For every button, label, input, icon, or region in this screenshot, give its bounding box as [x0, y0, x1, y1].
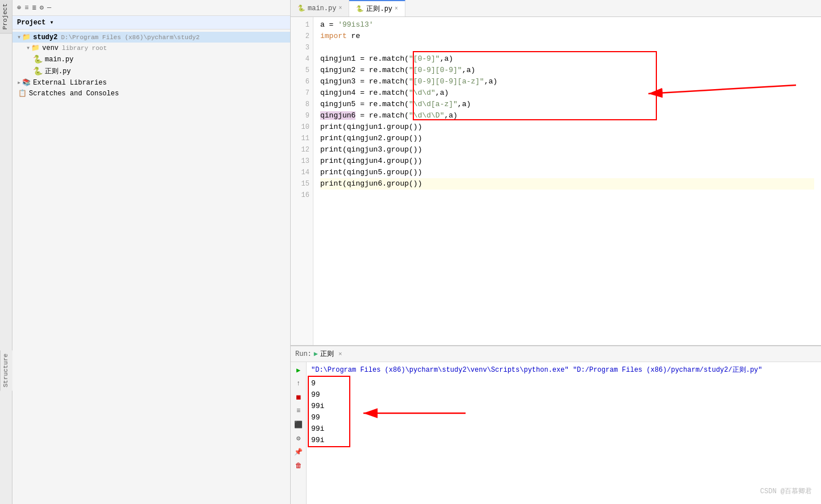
output-line-5: 99i [311, 423, 324, 435]
output-line-4: 99 [311, 412, 324, 423]
run-menu-btn[interactable]: ≡ [293, 405, 304, 417]
sidebar-toolbar: ⊕ ≡ ≣ ⚙ — [12, 0, 290, 16]
code-line-14: print(qingjun5.group()) [320, 167, 814, 178]
tab-label: main.py [308, 5, 336, 12]
project-dropdown[interactable]: Project ▾ [17, 18, 54, 27]
tree-label: venv [42, 44, 58, 52]
tab-label-active: 正则.py [366, 4, 392, 14]
file-tree: ▾ 📁 study2 D:\Program Files (x86)\pychar… [12, 30, 290, 504]
output-arrow-annotation [358, 396, 471, 430]
close-tab-main[interactable]: × [338, 5, 342, 11]
code-line-12: print(qingjun3.group()) [320, 144, 814, 156]
close-run-tab[interactable]: × [338, 351, 342, 358]
code-line-4: qingjun1 = re.match("[0-9]",a) [320, 53, 814, 65]
project-header: Project ▾ [12, 16, 290, 30]
output-line-3: 99i [311, 401, 324, 412]
tree-label: 正则.py [45, 66, 71, 76]
tree-item-venv[interactable]: ▾ 📁 venv library root [12, 43, 290, 53]
run-content: ▶ ↑ ⏹ ≡ ⬛ ⚙ 📌 🗑 "D:\Program Files (x86)\… [291, 362, 821, 504]
code-line-11: print(qingjun2.group()) [320, 133, 814, 144]
tree-item-external-libs[interactable]: ▸ 📚 External Libraries [12, 77, 290, 88]
code-line-3 [320, 42, 814, 53]
run-side-icons: ▶ ↑ ⏹ ≡ ⬛ ⚙ 📌 🗑 [291, 362, 307, 504]
run-tab-label: 正则 [320, 349, 334, 359]
tree-item-scratches[interactable]: 📋 Scratches and Consoles [12, 88, 290, 99]
run-output-area: "D:\Program Files (x86)\pycharm\study2\v… [307, 362, 821, 504]
run-panel: Run: ▶ 正则 × ▶ ↑ ⏹ ≡ ⬛ ⚙ 📌 🗑 "D:\Program … [291, 345, 821, 504]
minimize-btn[interactable]: — [47, 4, 51, 12]
tree-label: study2 [33, 33, 57, 41]
code-line-9: qingjun6 = re.match("\d\d\D",a) [320, 110, 814, 121]
run-tab-zhengze[interactable]: ▶ 正则 × [314, 349, 342, 359]
run-pin-btn[interactable]: 📌 [293, 446, 304, 457]
sidebar-panel: ⊕ ≡ ≣ ⚙ — Project ▾ ▾ 📁 study2 D:\Progra… [12, 0, 291, 504]
line-numbers: 1 2 3 4 5 6 7 8 9 10 11 12 13 14 15 16 [291, 17, 313, 345]
run-toolbar: Run: ▶ 正则 × [291, 346, 821, 362]
run-play-btn[interactable]: ▶ [293, 364, 304, 376]
run-up-btn[interactable]: ↑ [293, 378, 304, 389]
tabs-bar: 🐍 main.py × 🐍 正则.py × [291, 0, 821, 17]
run-settings-btn[interactable]: ⚙ [293, 432, 304, 444]
python-icon: 🐍 [298, 5, 305, 12]
structure-tab[interactable]: Structure [0, 350, 12, 390]
tree-label: main.py [45, 56, 73, 64]
tree-venv-suffix: library root [62, 45, 107, 52]
run-stop-btn[interactable]: ⏹ [293, 392, 304, 403]
code-editor: 1 2 3 4 5 6 7 8 9 10 11 12 13 14 15 16 a… [291, 17, 821, 345]
code-line-8: qingjun5 = re.match("\d\d[a-z]",a) [320, 99, 814, 110]
output-line-6: 99i [311, 435, 324, 446]
run-label: Run: [295, 350, 312, 358]
code-line-2: import re [320, 31, 814, 42]
tree-item-study2[interactable]: ▾ 📁 study2 D:\Program Files (x86)\pychar… [12, 32, 290, 43]
code-line-10: print(qingjun1.group()) [320, 121, 814, 133]
close-tab-zhengze[interactable]: × [395, 6, 398, 12]
tree-label: External Libraries [33, 79, 107, 87]
project-tab[interactable]: Project [0, 0, 12, 33]
tree-label: Scratches and Consoles [29, 90, 119, 98]
run-delete-btn[interactable]: 🗑 [293, 460, 304, 471]
main-wrapper: 🐍 main.py × 🐍 正则.py × 1 2 3 4 5 6 7 8 9 … [291, 0, 821, 504]
code-area[interactable]: a = '99isl3' import re qingjun1 = re.mat… [313, 17, 821, 345]
code-line-16 [320, 190, 814, 201]
tree-path: D:\Program Files (x86)\pycharm\study2 [61, 34, 199, 41]
code-line-15: print(qingjun6.group()) [320, 178, 814, 190]
tree-item-zhengze-py[interactable]: 🐍 正则.py [12, 65, 290, 77]
tree-item-main-py[interactable]: 🐍 main.py [12, 53, 290, 65]
code-line-6: qingjun3 = re.match("[0-9][0-9][a-z]",a) [320, 76, 814, 87]
output-line-1: 9 [311, 378, 324, 389]
tab-zhengze-py[interactable]: 🐍 正则.py × [349, 0, 405, 16]
watermark: CSDN @百慕卿君 [760, 486, 812, 497]
python-icon-active: 🐍 [356, 5, 364, 12]
run-tab-icon: ▶ [314, 350, 318, 358]
collapse-btn[interactable]: ≡ [24, 4, 28, 12]
run-clear-btn[interactable]: ⬛ [293, 419, 304, 430]
expand-btn[interactable]: ≣ [32, 3, 36, 12]
settings-btn[interactable]: ⚙ [40, 3, 44, 12]
code-line-13: print(qingjun4.group()) [320, 156, 814, 167]
tab-main-py[interactable]: 🐍 main.py × [291, 0, 349, 16]
code-line-7: qingjun4 = re.match("\d\d",a) [320, 87, 814, 99]
locate-btn[interactable]: ⊕ [17, 3, 21, 12]
output-line-2: 99 [311, 389, 324, 401]
code-line-5: qingjun2 = re.match("[0-9][0-9]",a) [320, 65, 814, 76]
code-line-1: a = '99isl3' [320, 19, 814, 31]
run-command-line: "D:\Program Files (x86)\pycharm\study2\v… [311, 364, 816, 376]
